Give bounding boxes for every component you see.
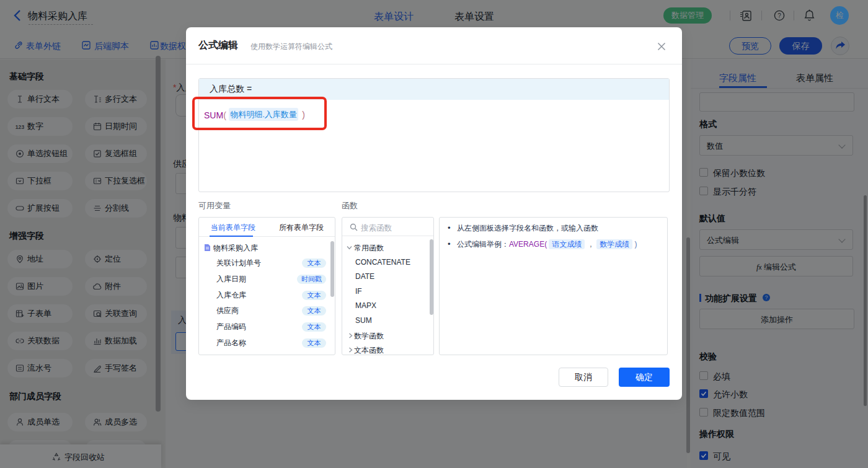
- svg-text:123: 123: [16, 124, 24, 130]
- svg-text:?: ?: [777, 12, 781, 19]
